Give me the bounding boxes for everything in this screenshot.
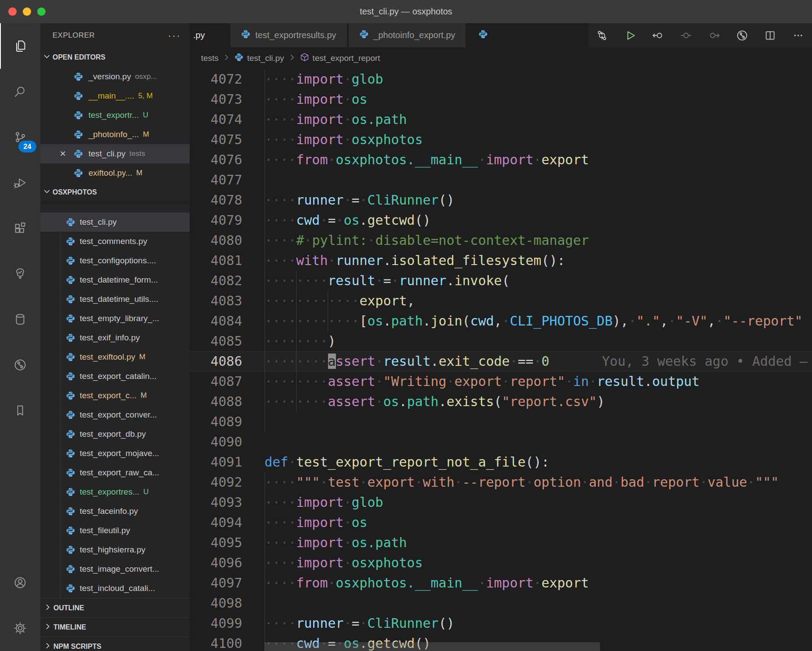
code-editor[interactable]: 4072····import·glob4073····import·os4074…	[190, 69, 812, 651]
activity-extensions-icon[interactable]	[0, 205, 40, 251]
breadcrumb-test_cli.py[interactable]: test_cli.py	[234, 53, 284, 64]
activity-search-icon[interactable]	[0, 69, 40, 114]
open-editor-item[interactable]: __main__....5, M	[40, 86, 190, 106]
python-file-icon	[241, 29, 251, 41]
code-line-4076[interactable]: 4076····from·osxphotos.__main__·import·e…	[190, 150, 812, 170]
activity-source-control-icon[interactable]: 24	[0, 114, 40, 160]
activity-account-icon[interactable]	[0, 560, 40, 605]
line-number: 4100	[190, 633, 242, 651]
code-line-4083[interactable]: 4083············export,	[190, 291, 812, 311]
code-line-4097[interactable]: 4097····from·osxphotos.__main__·import·e…	[190, 573, 812, 593]
tree-item-test-export-conver-[interactable]: test_export_conver...	[40, 405, 190, 425]
tree-item-test-datetime-utils-[interactable]: test_datetime_utils....	[40, 290, 190, 309]
code-line-4094[interactable]: 4094····import·os	[190, 513, 812, 533]
section-timeline[interactable]: TIMELINE	[40, 617, 190, 637]
step-back-icon[interactable]	[652, 29, 664, 42]
git-compare-icon[interactable]	[596, 29, 608, 42]
code-line-4085[interactable]: 4085········)	[190, 331, 812, 351]
tree-item-test-faceinfo-py[interactable]: test_faceinfo.py	[40, 502, 190, 521]
activity-settings-gear-icon[interactable]	[0, 605, 40, 651]
code-line-4087[interactable]: 4087········assert·"Writing·export·repor…	[190, 371, 812, 392]
tree-item-test-highsierra-py[interactable]: test_highsierra.py	[40, 540, 190, 559]
breadcrumb-label: test_export_report	[313, 53, 380, 63]
tree-item-test-image-convert-[interactable]: test_image_convert...	[40, 559, 190, 579]
tree-item-test-export-catalin-[interactable]: test_export_catalin...	[40, 367, 190, 386]
more-icon[interactable]	[792, 29, 805, 42]
tree-item-test-exiftool-py[interactable]: test_exiftool.pyM	[40, 347, 190, 367]
file-label: test_export_conver...	[80, 410, 157, 420]
open-editor-item[interactable]: _photoinfo_...M	[40, 125, 190, 144]
tab-.py[interactable]: .py	[190, 23, 230, 47]
code-line-4080[interactable]: 4080····#·pylint:·disable=not-context-ma…	[190, 230, 812, 251]
tree-item-test-export-mojave-[interactable]: test_export_mojave...	[40, 444, 190, 463]
step-over-icon[interactable]	[708, 29, 720, 42]
code-line-4092[interactable]: 4092····"""·test·export·with·--report·op…	[190, 472, 812, 492]
code-line-4099[interactable]: 4099····runner·=·CliRunner()	[190, 613, 812, 633]
tree-item-test-comments-py[interactable]: test_comments.py	[40, 232, 190, 251]
activity-database-icon[interactable]	[0, 297, 40, 342]
activity-todo-tree-icon[interactable]	[0, 251, 40, 297]
close-icon[interactable]: ✕	[60, 149, 74, 159]
activity-files-icon[interactable]	[0, 23, 40, 69]
code-line-4098[interactable]: 4098	[190, 593, 812, 613]
code-line-4088[interactable]: 4088········assert·os.path.exists("repor…	[190, 392, 812, 412]
run-icon[interactable]	[624, 29, 636, 42]
code-line-4078[interactable]: 4078····runner·=·CliRunner()	[190, 190, 812, 210]
indent-guide	[265, 392, 265, 412]
minimize-button[interactable]	[23, 7, 31, 16]
code-line-4091[interactable]: 4091def·test_export_report_not_a_file():	[190, 452, 812, 472]
tree-item-test-empty-library-[interactable]: test_empty_library_...	[40, 309, 190, 328]
code-line-4081[interactable]: 4081····with·runner.isolated_filesystem(…	[190, 251, 812, 271]
section-outline[interactable]: OUTLINE	[40, 598, 190, 617]
open-editor-item[interactable]: _version.pyosxp...	[40, 67, 190, 86]
activity-bookmark-icon[interactable]	[0, 388, 40, 433]
code-line-4089[interactable]: 4089	[190, 412, 812, 432]
tree-item-test-configoptions-[interactable]: test_configoptions....	[40, 251, 190, 270]
breadcrumb-test_export_report[interactable]: test_export_report	[300, 53, 380, 64]
tab-test_exportresults.py[interactable]: test_exportresults.py	[230, 23, 349, 47]
tree-item-test-fileutil-py[interactable]: test_fileutil.py	[40, 521, 190, 540]
step-dot-icon[interactable]	[680, 29, 692, 42]
activity-run-debug-icon[interactable]	[0, 160, 40, 205]
activity-gitlens-icon[interactable]	[0, 342, 40, 388]
close-button[interactable]	[8, 7, 17, 16]
tree-item-test-export-raw-ca-[interactable]: test_export_raw_ca...	[40, 463, 190, 482]
tree-item-test-exportres-[interactable]: test_exportres...U	[40, 482, 190, 502]
code-line-4079[interactable]: 4079····cwd·=·os.getcwd()	[190, 210, 812, 230]
open-editor-item[interactable]: exiftool.py...M	[40, 163, 190, 183]
open-editor-item[interactable]: ✕test_cli.pytests	[40, 144, 190, 163]
code-line-4096[interactable]: 4096····import·osxphotos	[190, 553, 812, 573]
tree-item-test-export-db-py[interactable]: test_export_db.py	[40, 425, 190, 444]
file-label: test_datetime_form...	[80, 275, 158, 285]
code-line-4082[interactable]: 4082········result·=·runner.invoke(	[190, 271, 812, 291]
tree-item-test-exif-info-py[interactable]: test_exif_info.py	[40, 328, 190, 347]
code-line-4086[interactable]: 4086········assert·result.exit_code·==·0…	[190, 351, 812, 371]
section-osxphotos[interactable]: OSXPHOTOS	[40, 183, 190, 202]
code-line-4095[interactable]: 4095····import·os.path	[190, 533, 812, 553]
tree-item-test-datetime-form-[interactable]: test_datetime_form...	[40, 270, 190, 290]
section-open-editors[interactable]: OPEN EDITORS	[40, 48, 190, 67]
code-line-4084[interactable]: 4084············[os.path.join(cwd,·CLI_P…	[190, 311, 812, 331]
split-editor-icon[interactable]	[764, 29, 777, 42]
code-line-4075[interactable]: 4075····import·osxphotos	[190, 130, 812, 150]
tree-item-test-cli-py[interactable]: test_cli.py	[40, 212, 190, 232]
indent-guide	[265, 472, 265, 492]
tree-item-test-export-c-[interactable]: test_export_c...M	[40, 386, 190, 405]
code-line-4073[interactable]: 4073····import·os	[190, 89, 812, 110]
tab-_photoinfo_export.py[interactable]: _photoinfo_export.py	[349, 23, 468, 47]
gitlens-circle-icon[interactable]	[736, 29, 748, 42]
code-line-4074[interactable]: 4074····import·os.path	[190, 110, 812, 130]
code-line-4072[interactable]: 4072····import·glob	[190, 69, 812, 89]
horizontal-scrollbar[interactable]	[265, 642, 600, 651]
tab-python-icon[interactable]	[473, 23, 494, 47]
code-line-4077[interactable]: 4077	[190, 170, 812, 190]
file-label: test_datetime_utils....	[80, 294, 159, 304]
zoom-button[interactable]	[37, 7, 46, 16]
code-line-4093[interactable]: 4093····import·glob	[190, 492, 812, 513]
tree-item-test-incloud-catali-[interactable]: test_incloud_catali...	[40, 579, 190, 598]
more-actions-icon[interactable]: ···	[168, 29, 181, 42]
breadcrumb-tests[interactable]: tests	[201, 53, 219, 63]
open-editor-item[interactable]: test_exportr...U	[40, 106, 190, 125]
section-npm-scripts[interactable]: NPM SCRIPTS	[40, 637, 190, 651]
code-line-4090[interactable]: 4090	[190, 432, 812, 452]
